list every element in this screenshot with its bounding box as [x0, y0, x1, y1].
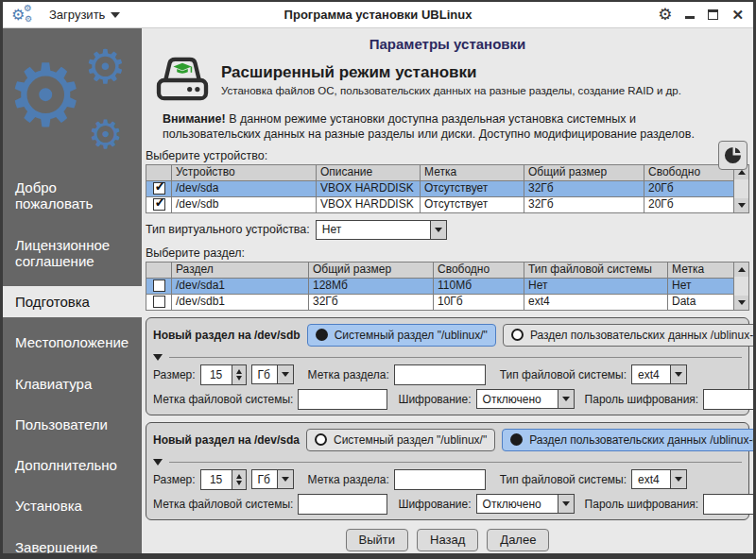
partition-label-input[interactable]	[394, 469, 486, 490]
size-label: Размер:	[153, 473, 196, 486]
size-stepper[interactable]: 15	[200, 469, 247, 490]
load-menu-label: Загрузить	[49, 8, 105, 22]
partition-checkbox[interactable]	[153, 296, 165, 308]
maximize-button[interactable]	[708, 9, 718, 20]
encryption-password-input[interactable]	[703, 494, 753, 515]
ublinux-gears-logo-icon: ⚙ ⚙ ⚙	[11, 4, 36, 26]
device-checkbox[interactable]	[153, 198, 165, 211]
panel-title: Новый раздел на /dev/sda	[153, 433, 300, 447]
fs-label-input[interactable]	[298, 389, 387, 410]
back-button[interactable]: Назад	[417, 529, 478, 551]
sidebar-item-preparation[interactable]: Подготовка	[3, 286, 142, 317]
chevron-down-icon	[558, 390, 574, 408]
close-button[interactable]: ✕	[731, 8, 744, 22]
stepper-arrows-icon[interactable]	[232, 365, 246, 384]
mode-subtitle: Установка файлов ОС, пользовательских да…	[221, 85, 681, 96]
data-partition-option[interactable]: Раздел пользовательских данных /ublinux-…	[503, 324, 753, 347]
chevron-down-icon	[670, 365, 686, 383]
sidebar-item-installation[interactable]: Установка	[3, 490, 142, 521]
device-section-label: Выберите устройство:	[146, 149, 749, 162]
chevron-down-icon	[430, 221, 446, 239]
partition-table-header: Раздел Общий размер Свободно Тип файлово…	[146, 262, 734, 278]
encryption-select[interactable]: Отключено	[476, 389, 575, 409]
system-partition-option[interactable]: Системный раздел "/ublinux/"	[306, 429, 495, 451]
partition-label-label: Метка раздела:	[308, 473, 389, 486]
partition-table: Раздел Общий размер Свободно Тип файлово…	[146, 262, 749, 311]
chevron-down-icon	[670, 470, 686, 488]
triangle-down-icon	[153, 354, 163, 361]
triangle-down-icon	[153, 459, 163, 466]
fs-type-select[interactable]: ext4	[631, 469, 687, 489]
partition-label-input[interactable]	[394, 364, 486, 385]
radio-selected-icon	[316, 329, 328, 341]
sidebar-item-location[interactable]: Местоположение	[3, 327, 142, 358]
sidebar-gears-logo-icon: ⚙ ⚙ ⚙	[3, 28, 142, 162]
partition-table-scrollbar[interactable]	[734, 262, 749, 311]
panel-title: Новый раздел на /dev/sdb	[153, 329, 301, 342]
pie-chart-icon	[724, 146, 742, 164]
encryption-label: Шифрование:	[398, 498, 471, 511]
chevron-down-icon	[111, 12, 120, 18]
size-stepper[interactable]: 15	[200, 364, 247, 385]
settings-gear-icon[interactable]: ⚙	[658, 7, 672, 23]
chevron-down-icon	[277, 365, 293, 383]
encryption-select[interactable]: Отключено	[476, 494, 575, 514]
sidebar-item-welcome[interactable]: Добро пожаловать	[3, 172, 142, 220]
device-row-sda[interactable]: /dev/sda VBOX HARDDISK Отсутствует 32Гб …	[146, 180, 734, 196]
sidebar-item-keyboard[interactable]: Клавиатура	[3, 368, 142, 399]
load-menu-button[interactable]: Загрузить	[49, 8, 120, 22]
sidebar-item-users[interactable]: Пользователи	[3, 409, 142, 440]
sidebar-item-finish[interactable]: Завершение	[3, 532, 142, 554]
chevron-down-icon	[558, 495, 574, 513]
scroll-down-icon[interactable]	[734, 198, 748, 212]
partition-row-sdb1[interactable]: /dev/sdb1 32Гб 10Гб ext4 Data	[146, 294, 734, 310]
fs-type-label: Тип файловой системы:	[500, 368, 627, 381]
fs-label-label: Метка файловой системы:	[153, 393, 293, 406]
sidebar: ⚙ ⚙ ⚙ Добро пожаловать Лицензионное согл…	[3, 28, 142, 553]
fs-label-input[interactable]	[298, 494, 387, 515]
scroll-down-icon[interactable]	[734, 296, 748, 310]
data-partition-option[interactable]: Раздел пользовательских данных /ublinux-…	[502, 429, 753, 451]
encryption-password-input[interactable]	[703, 389, 753, 410]
fs-label-label: Метка файловой системы:	[153, 498, 293, 511]
hard-drive-expert-icon	[153, 56, 212, 103]
device-table-scrollbar[interactable]	[734, 164, 749, 213]
main-content: Параметры установки Расширенный режим ус…	[142, 28, 753, 553]
partition-label-label: Метка раздела:	[308, 368, 389, 381]
page-title: Параметры установки	[146, 36, 749, 52]
fs-type-label: Тип файловой системы:	[500, 473, 627, 486]
panel-collapse-toggle[interactable]	[153, 459, 742, 466]
sidebar-item-license[interactable]: Лицензионное соглашение	[3, 229, 142, 278]
system-partition-option[interactable]: Системный раздел "/ublinux/"	[307, 324, 496, 347]
stepper-arrows-icon[interactable]	[232, 470, 246, 489]
radio-unselected-icon	[511, 329, 524, 341]
size-unit-select[interactable]: Гб	[251, 364, 294, 384]
disk-usage-button[interactable]	[718, 141, 747, 170]
minimize-button[interactable]	[685, 16, 695, 19]
panel-collapse-toggle[interactable]	[153, 354, 742, 361]
device-row-sdb[interactable]: /dev/sdb VBOX HARDDISK Отсутствует 32Гб …	[146, 196, 734, 212]
device-table-header: Устройство Описание Метка Общий размер С…	[146, 164, 734, 180]
new-partition-panel-sda: Новый раздел на /dev/sda Системный разде…	[146, 422, 749, 520]
partition-section-label: Выберите раздел:	[146, 246, 749, 260]
sidebar-item-additional[interactable]: Дополнительно	[3, 449, 142, 481]
size-unit-select[interactable]: Гб	[251, 469, 294, 489]
scroll-up-icon[interactable]	[734, 263, 748, 277]
exit-button[interactable]: Выйти	[346, 529, 409, 551]
fs-type-select[interactable]: ext4	[631, 364, 687, 384]
footer-buttons: Выйти Назад Далее	[146, 529, 749, 551]
radio-selected-icon	[510, 433, 523, 446]
chevron-down-icon	[277, 470, 293, 488]
encryption-password-label: Пароль шифрования:	[585, 498, 699, 511]
next-button[interactable]: Далее	[487, 529, 549, 551]
partition-row-sda1[interactable]: /dev/sda1 128Мб 110Мб Нет Нет	[146, 278, 734, 294]
radio-unselected-icon	[315, 433, 327, 446]
new-partition-panel-sdb: Новый раздел на /dev/sdb Системный разде…	[146, 317, 749, 415]
installer-window: ⚙ ⚙ ⚙ Загрузить Программа установки UBLi…	[0, 0, 756, 559]
partition-checkbox[interactable]	[153, 280, 165, 292]
virtual-device-select[interactable]: Нет	[316, 220, 447, 240]
virtual-device-label: Тип виртуального устройства:	[146, 223, 310, 236]
warning-text: Внимание! В данном режиме установки дост…	[163, 111, 721, 143]
encryption-label: Шифрование:	[398, 393, 471, 406]
device-checkbox[interactable]	[153, 182, 165, 195]
